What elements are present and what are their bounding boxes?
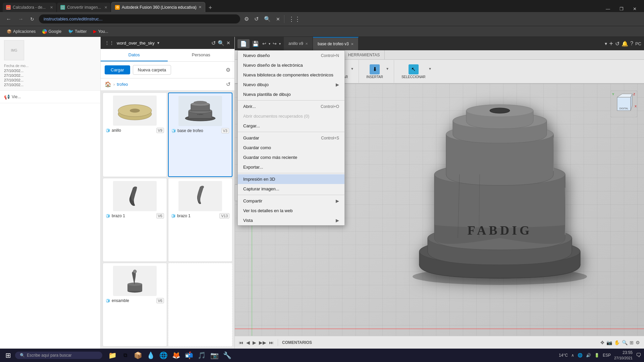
new-tab-button[interactable]: + [206,4,215,11]
file-version-base[interactable]: V3 [221,128,229,133]
bottom-zoom-btn[interactable]: 🔍 [622,340,628,345]
seleccionar-btn[interactable]: ↖ SELECCIONAR [399,63,428,80]
search-button[interactable]: 🔍 [263,14,272,23]
bottom-hand-btn[interactable]: ✋ [614,340,620,345]
file-version-brazo1[interactable]: V6 [156,213,164,219]
menu-item-nuevo-electronica[interactable]: Nuevo diseño de la electrónica [238,60,344,70]
fusion-tab-anillo[interactable]: anillo v9 ✕ [284,37,313,50]
bookmark-google[interactable]: Google [40,28,64,35]
menu-item-cargar[interactable]: Cargar... [238,121,344,131]
bottom-move-btn[interactable]: ✥ [600,340,604,345]
menu-item-guardar-reciente[interactable]: Guardar como más reciente [238,153,344,162]
tab-2-close[interactable]: ✕ [104,5,107,10]
insertar-btn[interactable]: ⬇ INSERTAR [364,63,385,80]
extensions-button[interactable]: ⚙ [243,14,250,23]
taskbar-photo[interactable]: 📷 [208,349,220,361]
file-card-brazo1[interactable]: 🧊 brazo 1 V6 [103,178,167,262]
adt-help[interactable]: ? [630,41,633,47]
taskbar-dropbox[interactable]: 💧 [145,349,157,361]
reload-button[interactable]: ↻ [28,15,36,23]
adt-account[interactable]: PC [635,41,641,46]
taskbar-explorer[interactable]: 📁 [106,349,118,361]
notification-center[interactable]: 🗨 [636,352,641,358]
menu-item-nueva-plantilla[interactable]: Nueva plantilla de dibujo [238,89,344,99]
adt-notification[interactable]: 🔔 [622,41,628,47]
menu-item-nuevo-diseno[interactable]: Nuevo diseño Control+N [238,51,344,60]
maximize-button[interactable]: ❐ [615,6,628,12]
menu-item-nueva-biblioteca[interactable]: Nueva biblioteca de componentes electrón… [238,70,344,80]
menu-item-abrir[interactable]: Abrir... Control+O [238,102,344,111]
start-button[interactable]: ⊞ [3,350,14,361]
taskbar-firefox[interactable]: 🦊 [170,349,182,361]
nav-first-btn[interactable]: ⏮ [239,340,244,345]
undo-history-btn[interactable]: ▾ [268,41,271,47]
breadcrumb-refresh[interactable]: ↺ [226,81,230,87]
redo-history-btn[interactable]: ▾ [279,41,281,47]
anillo-tab-close[interactable]: ✕ [305,42,308,46]
fp-close-button[interactable]: ✕ [226,40,230,46]
fp-search-button[interactable]: 🔍 [218,40,224,46]
browser-tab-1[interactable]: 🧮 Calculadora - de... ✕ [3,3,56,12]
fp-tab-datos[interactable]: Datos [101,49,168,61]
file-card-brazo1-v13[interactable]: 🧊 brazo 1 V13 [168,178,232,262]
taskbar-music[interactable]: 🎵 [196,349,208,361]
taskbar-settings3[interactable]: 🔧 [221,349,233,361]
redo-btn[interactable]: ↪ [272,40,277,48]
nav-next-btn[interactable]: ▶▶ [259,340,266,345]
bottom-zoom-fit-btn[interactable]: ⊞ [630,340,634,345]
adt-chevron-down[interactable]: ▾ [605,41,607,46]
taskbar-search[interactable]: 🔍 Escribe aquí para buscar [15,352,102,359]
taskbar-browser2[interactable]: 🌐 [157,349,169,361]
breadcrumb-item[interactable]: trofeo [117,82,128,87]
adt-plus[interactable]: + [609,40,613,48]
reload2-button[interactable]: ↺ [253,14,260,23]
menu-item-guardar[interactable]: Guardar Control+S [238,133,344,143]
file-card-base-trofeo[interactable]: FABDIG 🧊 base de trofeo V3 [168,93,232,177]
file-version-ensamble[interactable]: V6 [156,298,164,303]
fusion-tab-base[interactable]: base de trofeo v3 ✕ [313,37,359,50]
menu-item-compartir[interactable]: Compartir ▶ [238,196,344,206]
menu-item-capturar[interactable]: Capturar imagen... [238,184,344,194]
file-menu-button[interactable]: 📄 [237,39,250,48]
settings-button[interactable]: ⚙ [226,67,230,73]
file-version-brazo1-v13[interactable]: V13 [219,213,229,219]
minimize-button[interactable]: — [601,6,615,12]
close-tab-button[interactable]: ✕ [275,15,281,23]
tab-3-close[interactable]: ✕ [199,5,202,9]
menu-item-nuevo-dibujo[interactable]: Nuevo dibujo ▶ [238,80,344,89]
adt-refresh2[interactable]: ↺ [615,41,620,47]
nav-prev-btn[interactable]: ◀ [246,340,250,345]
file-version-anillo[interactable]: V9 [156,128,164,133]
forward-button[interactable]: → [16,15,25,23]
fp-tab-personas[interactable]: Personas [168,49,235,61]
apps-grid-button[interactable]: ⋮⋮ [287,14,302,24]
undo-btn[interactable]: ↩ [262,40,267,48]
browser-tab-3[interactable]: ⚙ Autodesk Fusion 360 (Licencia educativ… [111,2,205,12]
nav-play-btn[interactable]: ▶ [253,340,256,345]
bottom-cam-btn[interactable]: 📷 [606,340,612,345]
bookmark-youtube[interactable]: ▶ You... [91,28,111,35]
url-input[interactable] [39,14,240,23]
bookmark-aplicaciones[interactable]: 📦 Aplicaciones [4,28,38,35]
nav-last-btn[interactable]: ⏭ [269,340,274,345]
save-btn[interactable]: 💾 [251,39,260,48]
menu-item-vista[interactable]: Vista ▶ [238,216,344,225]
menu-item-impresion-3d[interactable]: Impresión en 3D [238,174,344,184]
close-button[interactable]: ✕ [628,6,641,12]
taskbar-multitask[interactable]: ⧉ [119,349,131,361]
tab-1-close[interactable]: ✕ [50,5,53,10]
file-card-anillo[interactable]: 🧊 anillo V9 [103,93,167,177]
menu-item-guardar-como[interactable]: Guardar como [238,143,344,153]
base-tab-close[interactable]: ✕ [351,42,354,46]
back-button[interactable]: ← [4,15,13,23]
upload-button[interactable]: Cargar [105,65,130,74]
refresh-button[interactable]: ↺ [211,40,216,46]
systray-arrow[interactable]: ∧ [571,353,574,358]
browser-tab-2[interactable]: 🖼 Convertir imagen... ✕ [57,3,111,12]
new-folder-button[interactable]: Nueva carpeta [133,65,171,75]
bookmark-twitter[interactable]: 🐦 Twitter [65,28,89,35]
taskbar-edge[interactable]: 📦 [132,349,144,361]
menu-item-ver-detalles[interactable]: Ver los detalles en la web [238,206,344,216]
menu-item-exportar[interactable]: Exportar... [238,162,344,172]
taskbar-mail[interactable]: 📬 [183,349,195,361]
